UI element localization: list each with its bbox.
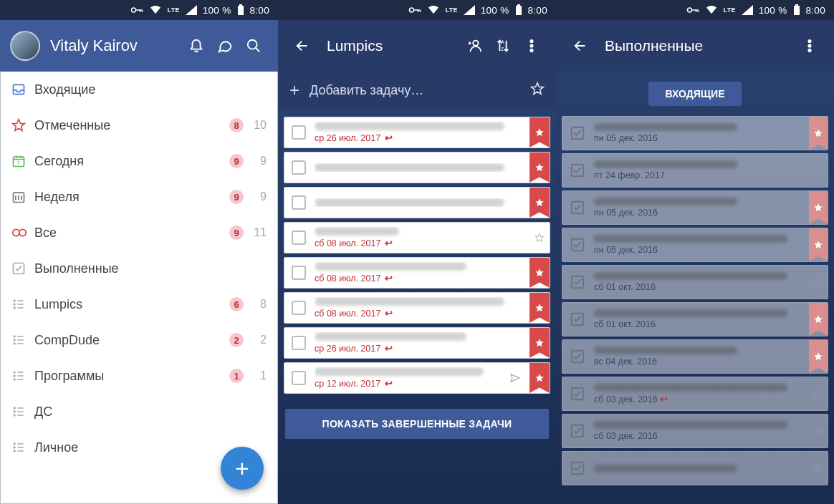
svg-point-26 bbox=[409, 8, 413, 12]
show-completed-button[interactable]: ПОКАЗАТЬ ЗАВЕРШЕННЫЕ ЗАДАЧИ bbox=[285, 409, 549, 439]
star-flag[interactable] bbox=[809, 303, 828, 336]
completed-row[interactable]: сб 01 окт. 2016 bbox=[562, 302, 828, 336]
checkbox[interactable] bbox=[292, 371, 306, 385]
star-flag[interactable] bbox=[529, 117, 550, 147]
user-name[interactable]: Vitaly Kairov bbox=[50, 37, 182, 55]
back-icon[interactable] bbox=[288, 32, 317, 60]
list-icon bbox=[11, 404, 34, 419]
checkbox-done[interactable] bbox=[570, 349, 585, 364]
star-flag[interactable] bbox=[809, 452, 828, 485]
checkbox-done[interactable] bbox=[570, 311, 585, 327]
checkbox[interactable] bbox=[292, 125, 306, 140]
avatar[interactable] bbox=[10, 31, 40, 61]
checkbox[interactable] bbox=[292, 336, 306, 350]
sidebar-item-7[interactable]: CompDude22 bbox=[0, 322, 278, 358]
checkbox[interactable] bbox=[292, 231, 306, 245]
star-flag[interactable] bbox=[809, 340, 828, 373]
wifi-icon bbox=[427, 5, 440, 15]
checkbox-done[interactable] bbox=[570, 460, 585, 476]
task-row[interactable]: сб 08 июл. 2017↩ bbox=[284, 222, 550, 253]
checkbox-done[interactable] bbox=[570, 200, 585, 215]
completed-row[interactable]: сб 01 окт. 2016 bbox=[562, 265, 828, 299]
inbox-chip[interactable]: ВХОДЯЩИЕ bbox=[648, 82, 742, 106]
search-icon[interactable] bbox=[239, 32, 268, 60]
inbox-icon bbox=[11, 82, 34, 97]
back-icon[interactable] bbox=[566, 32, 595, 60]
star-flag[interactable] bbox=[809, 266, 828, 299]
completed-row[interactable]: пн 05 дек. 2016 bbox=[562, 116, 828, 150]
checkbox-done[interactable] bbox=[570, 423, 585, 439]
sidebar-item-label: CompDude bbox=[34, 333, 229, 348]
completed-row[interactable]: пн 05 дек. 2016 bbox=[562, 190, 828, 225]
svg-point-38 bbox=[808, 40, 810, 42]
star-flag[interactable] bbox=[809, 415, 828, 447]
badge: 6 bbox=[229, 297, 244, 311]
task-row[interactable]: ср 26 июл. 2017↩ bbox=[284, 327, 550, 359]
star-flag[interactable] bbox=[529, 223, 550, 253]
sidebar-item-0[interactable]: Входящие bbox=[0, 72, 278, 107]
bell-icon[interactable] bbox=[182, 32, 211, 60]
checkbox[interactable] bbox=[292, 195, 306, 210]
star-flag[interactable] bbox=[809, 377, 828, 410]
task-row[interactable]: сб 08 июл. 2017↩ bbox=[284, 257, 550, 289]
more-icon[interactable] bbox=[795, 32, 824, 60]
sidebar-item-label: ДС bbox=[34, 404, 267, 420]
completed-row[interactable]: пн 05 дек. 2016 bbox=[562, 228, 828, 262]
svg-rect-28 bbox=[517, 4, 520, 6]
task-title-blurred bbox=[594, 309, 787, 317]
task-date: сб 08 июл. 2017↩ bbox=[315, 308, 525, 319]
star-flag[interactable] bbox=[809, 191, 828, 224]
star-flag[interactable] bbox=[809, 154, 828, 187]
chat-icon[interactable] bbox=[211, 32, 239, 60]
svg-point-14 bbox=[14, 336, 15, 337]
checkbox-done[interactable] bbox=[570, 125, 585, 141]
completed-row[interactable]: сб 03 дек. 2016 bbox=[562, 414, 828, 448]
sidebar-item-3[interactable]: Неделя99 bbox=[0, 179, 278, 215]
task-row[interactable]: ср 26 июл. 2017↩ bbox=[284, 117, 550, 148]
star-flag[interactable] bbox=[809, 228, 828, 261]
task-row[interactable]: сб 08 июл. 2017↩ bbox=[284, 292, 550, 324]
checkbox-done[interactable] bbox=[570, 274, 585, 290]
star-flag[interactable] bbox=[529, 152, 550, 183]
task-row[interactable] bbox=[284, 152, 550, 183]
sidebar-item-9[interactable]: ДС bbox=[0, 394, 278, 430]
checkbox[interactable] bbox=[292, 266, 306, 280]
sidebar-item-label: Все bbox=[34, 226, 229, 241]
add-task-row[interactable]: + Добавить задачу… bbox=[278, 72, 556, 109]
completed-row[interactable]: сб 03 дек. 2016 ↩ bbox=[562, 377, 828, 411]
sidebar-item-1[interactable]: Отмеченные810 bbox=[0, 107, 278, 143]
fab-add[interactable]: + bbox=[221, 447, 264, 490]
sidebar-item-5[interactable]: Выполненные bbox=[0, 251, 278, 286]
key-icon bbox=[686, 6, 699, 14]
checkbox-done[interactable] bbox=[570, 237, 585, 253]
sidebar-item-6[interactable]: Lumpics68 bbox=[0, 286, 278, 322]
star-flag[interactable] bbox=[529, 188, 550, 218]
star-flag[interactable] bbox=[529, 363, 550, 393]
add-person-icon[interactable] bbox=[460, 32, 489, 60]
star-flag[interactable] bbox=[809, 117, 828, 150]
svg-point-25 bbox=[14, 450, 15, 452]
sort-icon[interactable]: AZ bbox=[489, 32, 517, 60]
completed-row[interactable] bbox=[562, 451, 828, 485]
signal-icon bbox=[464, 5, 475, 15]
sidebar-item-2[interactable]: 7Сегодня99 bbox=[0, 143, 278, 179]
task-row[interactable] bbox=[284, 187, 550, 218]
more-icon[interactable] bbox=[517, 32, 546, 60]
checkbox[interactable] bbox=[292, 301, 306, 315]
task-date: сб 01 окт. 2016 bbox=[594, 319, 805, 329]
star-flag[interactable] bbox=[529, 328, 550, 358]
sidebar-item-4[interactable]: Все911 bbox=[0, 215, 278, 251]
all-icon bbox=[11, 228, 34, 238]
sidebar-item-8[interactable]: Программы11 bbox=[0, 358, 278, 394]
battery-label: 100 % bbox=[203, 5, 231, 16]
add-task-label: Добавить задачу… bbox=[310, 83, 520, 98]
checkbox[interactable] bbox=[292, 160, 306, 175]
checkbox-done[interactable] bbox=[570, 386, 585, 402]
star-icon[interactable] bbox=[530, 82, 545, 100]
checkbox-done[interactable] bbox=[570, 163, 585, 178]
star-flag[interactable] bbox=[529, 293, 550, 323]
completed-row[interactable]: пт 24 февр. 2017 bbox=[562, 153, 828, 188]
completed-row[interactable]: вс 04 дек. 2016 bbox=[562, 339, 828, 374]
task-row[interactable]: ср 12 июл. 2017↩ bbox=[284, 362, 550, 394]
star-flag[interactable] bbox=[529, 258, 550, 288]
